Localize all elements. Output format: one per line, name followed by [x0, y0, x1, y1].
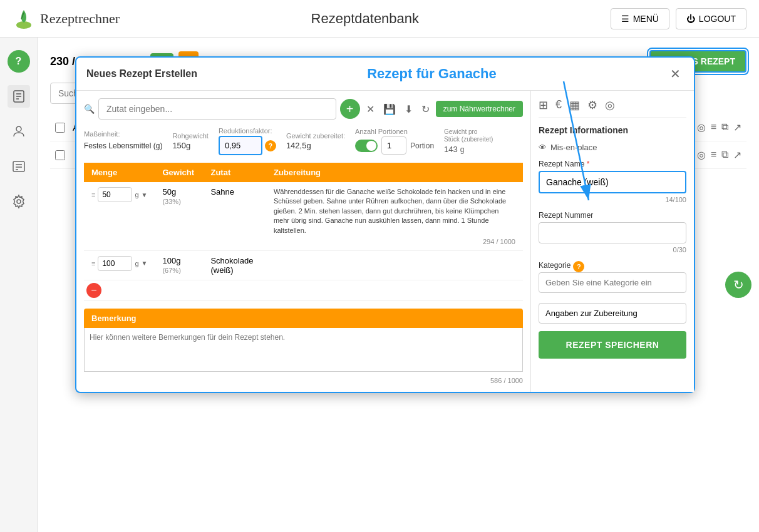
svg-rect-6: [13, 161, 24, 171]
sidebar-help-icon[interactable]: ?: [8, 50, 30, 73]
content: 230 / 300 Rezepte AZ ↻ + NEUES REZEPT 🔍 …: [38, 38, 759, 532]
rezept-nummer-label: Rezept Nummer: [539, 211, 686, 220]
dropdown-arrow-1[interactable]: ▼: [142, 192, 148, 198]
sidebar: ?: [0, 38, 38, 532]
clear-ingredient-button[interactable]: ✕: [364, 101, 377, 118]
logo-text: Rezeptrechner: [40, 11, 120, 27]
menu-icon: ☰: [621, 14, 629, 24]
gewicht-zubereitet-group: Gewicht zubereitet: 142,5g: [286, 132, 345, 150]
settings-panel-icon[interactable]: ⚙: [587, 98, 597, 112]
ingredient-input[interactable]: [98, 98, 336, 120]
rezept-name-chars: 14/100: [539, 196, 686, 203]
chart-icon-2[interactable]: ◎: [697, 149, 706, 161]
save-recipe-button[interactable]: REZEPT SPEICHERN: [539, 331, 686, 359]
copy-icon[interactable]: ⧉: [721, 121, 728, 133]
gewicht-zubereitet-label: Gewicht zubereitet:: [286, 132, 345, 140]
toggle-switch[interactable]: [355, 140, 378, 152]
modal-recipe-title: Rezept für Ganache: [197, 66, 666, 82]
bemerkung-header: Bemerkung: [84, 309, 523, 328]
sidebar-list-icon[interactable]: [8, 155, 30, 178]
nahrwert-button[interactable]: zum Nährwertrechner: [436, 101, 523, 117]
gewicht-pro-stueck-value: 143: [444, 145, 458, 154]
kategorie-label: Kategorie: [539, 261, 571, 270]
gewicht-unit: g: [460, 145, 465, 154]
kategorie-input[interactable]: [539, 272, 686, 293]
masseinheit-label: Maßeinheit:: [84, 130, 162, 138]
list-icon[interactable]: ≡: [711, 121, 716, 133]
rezept-name-input[interactable]: [539, 171, 686, 193]
row-handle-2: ≡: [91, 260, 95, 267]
ingredient-name-1: Sahne: [203, 182, 266, 250]
anzahl-portionen-label: Anzahl Portionen: [355, 128, 434, 135]
col-zubereitung: Zubereitung: [266, 163, 523, 182]
zubereitung-wrapper: Angaben zur Zubereitung: [539, 303, 686, 331]
list-icon-2[interactable]: ≡: [711, 149, 716, 161]
header-buttons: ☰ MENÜ ⏻ LOGOUT: [611, 8, 746, 29]
modal-body: 🔍 + ✕ 💾 ⬇ ↻ zum Nährwertrechner Maßeinhe…: [76, 91, 694, 392]
dropdown-arrow-2[interactable]: ▼: [142, 260, 148, 267]
svg-point-5: [16, 126, 21, 131]
menu-button[interactable]: ☰ MENÜ: [611, 8, 669, 29]
euro-panel-icon[interactable]: €: [555, 98, 562, 112]
icon-row: ⊞ € ▦ ⚙ ◎: [539, 98, 686, 118]
header-title: Rezeptdatenbank: [311, 11, 419, 27]
masseinheit-group: Maßeinheit: Festes Lebensmittel (g): [84, 130, 162, 153]
add-ingredient-button[interactable]: +: [340, 99, 360, 119]
modal: Neues Rezept Erstellen Rezept für Ganach…: [75, 56, 695, 393]
table-panel-icon[interactable]: ▦: [569, 98, 580, 112]
gewicht-zubereitet-value: 142,5g: [286, 141, 345, 150]
logout-button[interactable]: ⏻ LOGOUT: [676, 8, 746, 29]
remove-row-button[interactable]: −: [86, 283, 101, 298]
modal-header: Neues Rezept Erstellen Rezept für Ganach…: [76, 58, 694, 91]
download-ingredient-button[interactable]: ⬇: [402, 101, 415, 118]
rezept-nummer-chars: 0/30: [539, 246, 686, 253]
col-zutat: Zutat: [203, 163, 266, 182]
refresh-ingredient-button[interactable]: ↻: [419, 101, 432, 118]
col-menge: Menge: [84, 163, 155, 182]
modal-close-button[interactable]: ✕: [666, 65, 684, 83]
grid-panel-icon[interactable]: ⊞: [539, 98, 548, 112]
table-row: ≡ g ▼ 50g (33%): [84, 182, 523, 250]
rezept-nummer-input[interactable]: [539, 222, 686, 243]
export-icon[interactable]: ↗: [733, 121, 741, 133]
sidebar-recipes-icon[interactable]: [8, 85, 30, 108]
reduktionsfaktor-help-icon[interactable]: ?: [265, 140, 276, 151]
main-layout: ? 230 / 300 Rezepte AZ ↻ + NEUES REZEP: [0, 38, 759, 532]
rezept-nummer-field: Rezept Nummer 0/30: [539, 211, 686, 253]
chart-panel-icon[interactable]: ◎: [605, 98, 615, 112]
zubereitung-dropdown[interactable]: Angaben zur Zubereitung: [539, 303, 686, 324]
save-icon-button[interactable]: 💾: [381, 101, 398, 118]
section-title: Rezept Informationen: [539, 125, 686, 135]
recipe-checkbox-2[interactable]: [55, 150, 65, 160]
amount-input-1[interactable]: [98, 187, 132, 202]
copy-icon-2[interactable]: ⧉: [721, 149, 728, 161]
anzahl-portionen-input[interactable]: [381, 136, 406, 155]
table-row-remove: −: [84, 280, 523, 300]
right-refresh-button[interactable]: ↻: [725, 272, 751, 298]
chart-icon[interactable]: ◎: [697, 121, 706, 133]
export-icon-2[interactable]: ↗: [733, 149, 741, 161]
metrics-row: Maßeinheit: Festes Lebensmittel (g) Rohg…: [84, 127, 523, 155]
reduktionsfaktor-label: Reduktionsfaktor:: [219, 127, 276, 135]
masseinheit-value: Festes Lebensmittel (g): [84, 139, 162, 153]
kategorie-help-icon[interactable]: ?: [573, 261, 584, 272]
bemerkung-textarea[interactable]: [84, 328, 523, 372]
eye-icon: 👁: [539, 143, 547, 152]
amount-input-2[interactable]: [98, 256, 132, 271]
sidebar-settings-icon[interactable]: [8, 190, 30, 213]
table-row-2: ≡ g ▼ 100g (67%): [84, 250, 523, 280]
bemerkung-section: Bemerkung 586 / 1000: [84, 309, 523, 384]
modal-title: Neues Rezept Erstellen: [86, 68, 197, 79]
reduktionsfaktor-group: Reduktionsfaktor: ?: [219, 127, 276, 155]
gewicht-pro-stueck-label: Gewicht pro Stück (zubereitet): [444, 128, 494, 143]
svg-point-10: [17, 200, 21, 203]
mis-en-place: 👁 Mis-en-place: [539, 143, 686, 152]
bemerkung-char-count: 586 / 1000: [84, 377, 523, 384]
rohgewicht-group: Rohgewicht 150g: [172, 132, 208, 150]
recipe-checkbox[interactable]: [55, 123, 65, 133]
logo: Rezeptrechner: [13, 8, 120, 30]
portion-label: Portion: [410, 141, 434, 150]
reduktionsfaktor-input[interactable]: [219, 136, 262, 155]
sidebar-user-icon[interactable]: [8, 120, 30, 143]
power-icon: ⏻: [686, 14, 695, 24]
